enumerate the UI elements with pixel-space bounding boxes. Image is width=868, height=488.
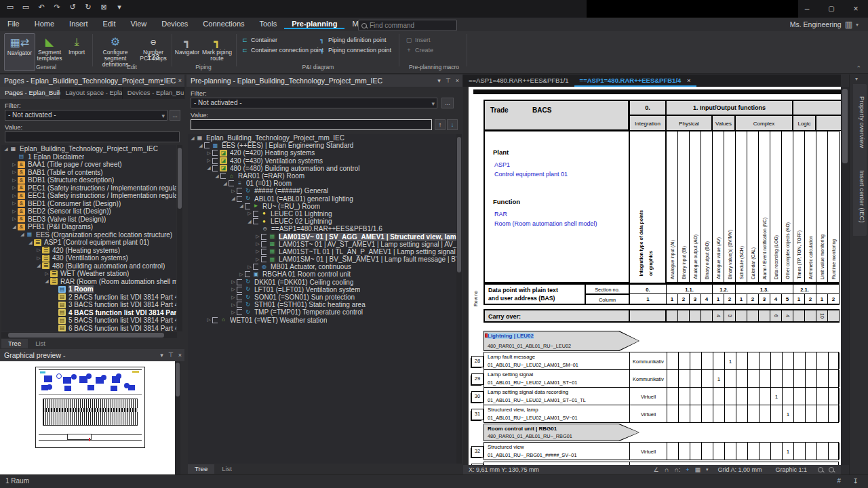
container-connection-point-button[interactable]: ⊏ Container connection point [241,45,323,55]
tab-pages[interactable]: Pages - Eplan_Buildin... [0,87,61,99]
tree-item[interactable]: ▷▦LAM01SM~ 01 | BV_SM_AMEV1 | Lamp fault… [188,256,456,263]
find-command-box[interactable]: Find command [358,20,457,31]
chevron-down-icon[interactable]: ▾ [160,352,163,359]
expand-expander-icon[interactable]: ▷ [11,178,18,183]
pin-icon[interactable]: ⊤ [446,77,451,84]
close-icon[interactable]: × [178,77,182,84]
piping-connection-point-button[interactable]: ┓ Piping connection point [319,45,391,55]
tree-item[interactable]: ◢☰480 (Building automation and control) [1,262,176,270]
collapse-expander-icon[interactable]: ◢ [27,240,34,245]
tree-item[interactable]: ▷&EEC1 (Safety instructions / Implementa… [1,192,176,200]
design-mode-icon[interactable]: ∩: [674,466,680,473]
tree-item[interactable]: ▷↻SON01 (=SON01) Sun protection [188,293,456,301]
tree-item[interactable]: ▷▣RBGHA 01 Room control unit [188,270,456,278]
expand-expander-icon[interactable]: ▷ [254,249,261,254]
tab-devices[interactable]: Devices - Eplan_Buildi... [123,87,184,99]
drawing-canvas[interactable]: Trade BACS 0. 1. Input/Output functions … [463,87,841,465]
expand-expander-icon[interactable]: ▷ [35,256,42,261]
expand-expander-icon[interactable]: ▷ [238,272,245,277]
chevron-down-icon[interactable]: ▾ [855,76,858,82]
close-icon[interactable]: × [456,77,459,84]
expand-expander-icon[interactable]: ▷ [11,169,18,175]
user-area[interactable]: Ms. Engineering ▥ ▾ [790,20,859,29]
zoom-out-icon[interactable] [829,467,834,472]
tree-item[interactable]: ◢☰RAR (Room (Room automation shell model… [1,278,176,286]
tree-item[interactable]: ◢●LEUEC 02 Lightning [188,218,456,225]
tree-item[interactable]: ▷↻DKK01 (=DKK01) Ceiling cooling [188,279,456,286]
undo-list-icon[interactable]: ↺ [68,3,77,12]
editor-tab-active[interactable]: ==ASP1=480.RAR++EES&PFB1/4 × [574,75,696,87]
new-page-icon[interactable]: ▭ [5,3,15,12]
ribbon-tab-pre-planning[interactable]: Pre-planning [284,18,344,29]
tree-item[interactable]: ◢⌂RAR01 (=RAR) Room [188,172,456,180]
expand-expander-icon[interactable]: ▷ [230,279,237,285]
tree-item[interactable]: ▷↻STH01 (=STH01) Static heating area [188,301,456,308]
expand-expander-icon[interactable]: ▷ [11,216,18,222]
expand-expander-icon[interactable]: ▷ [246,211,253,216]
angle-snap-icon[interactable]: ∠ [654,466,659,473]
tree-item[interactable]: ◢≡01 (=01) Room [188,180,456,187]
tab-tree[interactable]: Tree [188,464,214,474]
collapse-expander-icon[interactable]: ◢ [214,174,220,179]
expand-expander-icon[interactable]: ▷ [254,241,261,247]
expand-expander-icon[interactable]: ▷ [43,271,50,277]
tree-item[interactable]: ◢▦EES (++EES) | Eplan Engineering Standa… [188,142,456,149]
tree-item[interactable]: ▷▦LAM01SV~ 01 | SV_AGG_AMEV1 | Structure… [188,232,456,240]
expand-expander-icon[interactable]: ▷ [11,162,18,167]
tree-item[interactable]: ▤6 BACS function list VDI 3814 Part 4.3 [1,325,176,332]
close-button[interactable]: × [844,0,868,18]
download-icon[interactable]: ↧ [853,477,859,485]
tree-item[interactable]: ▤1 Eplan Disclaimer [1,153,176,161]
preplanning-tree-vscrollbar[interactable] [456,134,462,464]
tree-item[interactable]: ▷&BDB1 (Structure description) [1,176,176,184]
tree-item[interactable]: ▷▦LAM01ST~ 01 | AV_ST_AMEV1 | Lamp setti… [188,241,456,248]
ribbon-tab-edit[interactable]: Edit [96,18,123,29]
redo-list-icon[interactable]: ↻ [83,3,93,12]
collapse-expander-icon[interactable]: ◢ [35,263,42,268]
tree-item[interactable]: ◢►RU~ (=RU_) Room [188,203,456,210]
collapse-expander-icon[interactable]: ◢ [238,203,245,209]
segment-banner-room-control-unit[interactable]: Room control unit | RBG01 480_RAR01_01_A… [484,424,639,441]
tree-item[interactable]: ◢▦EES (Organization specific location st… [1,231,176,239]
tree-item[interactable]: ◢▦Eplan_Building_Technology_Project_mm_I… [1,145,176,153]
editor-tab[interactable]: ==ASP1=480.RAR++EES&PFB1/1 [463,75,574,87]
tree-item[interactable]: ▷&BED3 (Valve list (Design)) [1,216,176,224]
ribbon-collapse-icon[interactable]: ⌃ [856,65,861,72]
preview-canvas[interactable] [0,361,175,474]
container-button[interactable]: ⊏ Container [241,35,277,45]
zoom-in-icon[interactable] [818,467,823,472]
expand-expander-icon[interactable]: ▷ [11,185,18,190]
collapse-expander-icon[interactable]: ◢ [230,196,237,201]
tree-item[interactable]: ▷▦LAM01ST~TL 01 | TL_AN_P_AMEV1 | Lamp s… [188,248,456,256]
tree-item[interactable]: ▷&BED1 (Consumer list (Design)) [1,200,176,208]
ribbon-tab-view[interactable]: View [123,18,155,29]
filter-select[interactable]: - Not activated - ▾ [5,110,167,121]
tree-item[interactable]: ◢▦Eplan_Building_Technology_Project_mm_I… [188,134,456,142]
tree-item[interactable]: ▷&BAB1 (Table of contents) [1,169,176,177]
open-icon[interactable]: ▭ [21,3,31,12]
tree-item[interactable]: ▤3 BACS function list VDI 3814 Part 4.3 [1,301,176,309]
expand-expander-icon[interactable]: ▷ [11,209,18,214]
hash-icon[interactable]: # [837,477,841,485]
tab-property-overview[interactable]: Property overview [853,84,867,160]
pin-icon[interactable]: ⊤ [168,77,174,84]
filter-select[interactable]: - Not activated - ▾ [191,98,437,108]
maximize-button[interactable]: ▢ [819,0,844,18]
create-macro-button[interactable]: + Create [406,45,433,55]
collapse-expander-icon[interactable]: ◢ [19,232,26,237]
tree-item[interactable]: ◢&PFB1 (P&I Diagrams) [1,223,176,231]
tree-item[interactable]: ▷☰WET (Weather station) [1,270,176,278]
tree-item[interactable]: ◢◪480 (=480) Building automation and con… [188,165,456,172]
tree-item[interactable]: ▤4 BACS function list VDI 3814 Part 4.3 [1,309,176,317]
tree-item[interactable]: ▷●LEUEC 01 Lightning [188,210,456,218]
tree-item[interactable]: ▷↻LFT01 (=LFT01) Ventilation system [188,286,456,293]
object-snap-icon[interactable]: ∩ [665,466,669,473]
collapse-expander-icon[interactable]: ◢ [197,143,204,148]
snap-to-grid-icon[interactable]: + [686,466,689,473]
customize-icon[interactable]: ▾ [115,3,124,12]
search-up-button[interactable]: ↑ [435,119,446,130]
expand-expander-icon[interactable]: ▷ [230,310,237,315]
tree-item[interactable]: ⊖==ASP1=480.RAR++EES&PFB1/1.6 [188,225,456,232]
tree-item[interactable]: ▷☰430 (Ventilation systems) [1,254,176,262]
filter-more-button[interactable]: ... [170,110,180,121]
